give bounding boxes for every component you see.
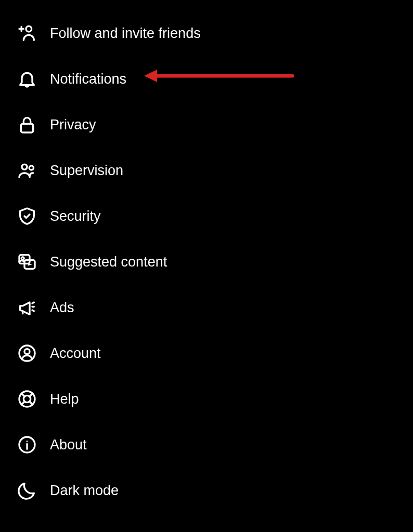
settings-item-account[interactable]: Account bbox=[0, 330, 413, 376]
settings-item-follow-invite[interactable]: Follow and invite friends bbox=[0, 10, 413, 56]
lock-icon bbox=[16, 113, 38, 136]
people-icon bbox=[16, 159, 38, 182]
settings-item-ads[interactable]: Ads bbox=[0, 285, 413, 330]
media-icon bbox=[16, 250, 38, 273]
settings-item-supervision[interactable]: Supervision bbox=[0, 148, 413, 193]
settings-item-label: Notifications bbox=[50, 71, 126, 87]
svg-point-3 bbox=[29, 166, 33, 170]
svg-point-12 bbox=[27, 441, 28, 442]
settings-item-label: Dark mode bbox=[50, 483, 119, 499]
settings-item-notifications[interactable]: Notifications bbox=[0, 56, 413, 102]
svg-point-2 bbox=[22, 164, 27, 169]
settings-item-dark-mode[interactable]: Dark mode bbox=[0, 468, 413, 513]
settings-list: Follow and invite friends Notifications … bbox=[0, 0, 413, 524]
shield-check-icon bbox=[16, 205, 38, 228]
account-circle-icon bbox=[16, 342, 38, 365]
settings-item-label: Suggested content bbox=[50, 254, 167, 270]
info-circle-icon bbox=[16, 433, 38, 456]
settings-item-label: About bbox=[50, 437, 87, 453]
settings-item-label: Privacy bbox=[50, 117, 96, 133]
settings-item-label: Supervision bbox=[50, 163, 123, 179]
settings-item-label: Account bbox=[50, 345, 101, 362]
svg-point-0 bbox=[26, 26, 32, 32]
settings-item-security[interactable]: Security bbox=[0, 193, 413, 239]
bell-icon bbox=[16, 68, 38, 90]
settings-item-label: Ads bbox=[50, 300, 74, 316]
settings-item-label: Follow and invite friends bbox=[50, 25, 201, 42]
svg-point-8 bbox=[24, 349, 30, 354]
settings-item-help[interactable]: Help bbox=[0, 376, 413, 422]
settings-item-label: Security bbox=[50, 208, 101, 224]
settings-item-label: Help bbox=[50, 391, 79, 407]
settings-item-privacy[interactable]: Privacy bbox=[0, 102, 413, 148]
settings-item-about[interactable]: About bbox=[0, 422, 413, 468]
lifebuoy-icon bbox=[16, 388, 38, 410]
moon-icon bbox=[16, 479, 38, 502]
settings-item-suggested-content[interactable]: Suggested content bbox=[0, 239, 413, 285]
follow-invite-icon bbox=[16, 22, 38, 45]
svg-rect-1 bbox=[21, 124, 33, 132]
megaphone-icon bbox=[16, 296, 38, 319]
